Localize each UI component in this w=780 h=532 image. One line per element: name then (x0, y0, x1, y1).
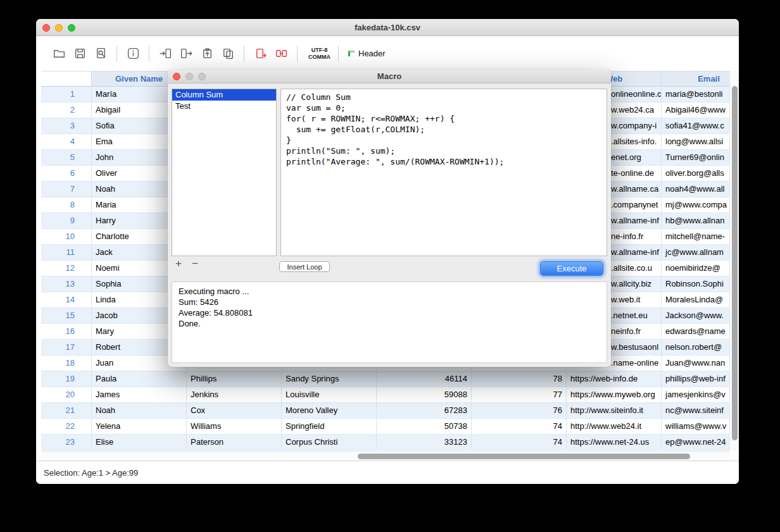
cell-family-name[interactable]: Phillips (187, 371, 282, 387)
cell-web[interactable]: http://www.web24.it (567, 419, 662, 435)
cell-web[interactable]: https://www.net-24.us (567, 435, 662, 450)
cell-email[interactable]: Turner69@onlin (662, 150, 739, 166)
cell-web[interactable]: https://www.myweb.org (567, 387, 662, 403)
minimize-button[interactable] (55, 24, 63, 32)
table-row[interactable]: 22 Yelena Williams Springfield 50738 74 … (41, 419, 739, 435)
column-header-email[interactable]: Email (662, 71, 739, 87)
row-number: 17 (41, 340, 92, 356)
cell-email[interactable]: ep@www.net-24 (662, 435, 739, 450)
row-number: 2 (41, 102, 92, 118)
cell-number[interactable]: 50738 (377, 419, 472, 435)
vertical-scrollbar[interactable] (729, 71, 739, 451)
cell-age[interactable]: 74 (472, 435, 567, 450)
cell-city[interactable]: Corpus Christi (282, 435, 377, 450)
paste-button[interactable] (198, 45, 216, 63)
cell-city[interactable]: Louisville (282, 387, 377, 403)
cell-family-name[interactable]: Williams (187, 419, 282, 435)
table-row[interactable]: 19 Paula Phillips Sandy Springs 46114 78… (41, 371, 739, 387)
list-edit-buttons: + − (175, 258, 198, 269)
cell-email[interactable]: nc@www.siteinf (662, 403, 739, 419)
window-titlebar[interactable]: fakedata-10k.csv (36, 19, 739, 36)
find-button[interactable] (92, 45, 110, 63)
cell-family-name[interactable]: Paterson (187, 435, 282, 450)
row-number: 4 (41, 134, 92, 150)
red-document-button[interactable] (251, 45, 269, 63)
cell-age[interactable]: 74 (472, 419, 567, 435)
cell-email[interactable]: jc@www.allnam (662, 245, 739, 261)
row-number: 19 (41, 371, 92, 387)
cell-family-name[interactable]: Jenkins (187, 387, 282, 403)
cell-number[interactable]: 67283 (377, 403, 472, 419)
window-controls (42, 24, 75, 32)
red-document-icon (254, 47, 267, 60)
table-row[interactable]: 23 Elise Paterson Corpus Christi 33123 7… (41, 435, 739, 450)
red-merge-button[interactable] (272, 45, 290, 63)
close-button[interactable] (42, 24, 50, 32)
import-button[interactable] (156, 45, 174, 63)
cell-web[interactable]: https://web-info.de (567, 371, 662, 387)
row-number: 21 (41, 403, 92, 419)
cell-given-name[interactable]: Noah (92, 403, 187, 419)
cell-email[interactable]: MoralesLinda@ (662, 292, 739, 308)
open-file-button[interactable] (50, 45, 68, 63)
vertical-scrollbar-thumb[interactable] (732, 86, 738, 440)
cell-email[interactable]: Jackson@www. (662, 308, 739, 324)
row-number: 22 (41, 419, 92, 435)
dialog-zoom-button[interactable] (198, 73, 206, 80)
cell-number[interactable]: 46114 (377, 371, 472, 387)
cell-given-name[interactable]: Yelena (92, 419, 187, 435)
encoding-indicator[interactable]: UTF-8 COMMA (308, 47, 330, 61)
cell-age[interactable]: 76 (472, 403, 567, 419)
cell-age[interactable]: 78 (472, 371, 567, 387)
cell-age[interactable]: 77 (472, 387, 567, 403)
table-row[interactable]: 20 James Jenkins Louisville 59088 77 htt… (41, 387, 739, 403)
cell-given-name[interactable]: James (92, 387, 187, 403)
cell-number[interactable]: 59088 (377, 387, 472, 403)
dialog-minimize-button[interactable] (186, 73, 193, 80)
horizontal-scrollbar-thumb[interactable] (358, 454, 690, 459)
macro-list[interactable]: Column SumTest (172, 89, 277, 256)
cell-city[interactable]: Springfield (282, 419, 377, 435)
remove-macro-button[interactable]: − (192, 258, 198, 269)
cell-given-name[interactable]: Elise (92, 435, 187, 450)
table-row[interactable]: 21 Noah Cox Moreno Valley 67283 76 http:… (41, 403, 739, 419)
execute-button[interactable]: Execute (540, 261, 603, 276)
cell-email[interactable]: williams@www.v (662, 419, 739, 435)
cell-email[interactable]: oliver.borg@alls (662, 166, 739, 182)
header-toggle[interactable]: Header (348, 49, 386, 58)
horizontal-scrollbar[interactable] (41, 451, 729, 461)
cell-city[interactable]: Sandy Springs (282, 371, 377, 387)
cell-email[interactable]: mitchell@name- (662, 229, 739, 245)
copy-button[interactable] (219, 45, 237, 63)
cell-given-name[interactable]: Paula (92, 371, 187, 387)
dialog-close-button[interactable] (173, 73, 180, 80)
cell-email[interactable]: sofia41@www.c (662, 118, 739, 134)
cell-email[interactable]: hb@www.allnan (662, 213, 739, 229)
cell-email[interactable]: nelson.robert@ (662, 340, 739, 356)
cell-email[interactable]: noah4@www.all (662, 182, 739, 197)
cell-email[interactable]: mj@www.compa (662, 197, 739, 213)
cell-email[interactable]: edwards@name (662, 324, 739, 340)
cell-family-name[interactable]: Cox (187, 403, 282, 419)
cell-email[interactable]: maria@bestonli (662, 87, 739, 102)
insert-loop-button[interactable]: Insert Loop (279, 261, 330, 272)
info-button[interactable] (124, 45, 142, 63)
macro[interactable]: Test (172, 101, 276, 112)
add-macro-button[interactable]: + (175, 258, 182, 269)
cell-email[interactable]: Abigail46@www (662, 102, 739, 118)
macro[interactable]: Column Sum (172, 89, 276, 101)
cell-email[interactable]: noemibiridze@ (662, 261, 739, 276)
export-button[interactable] (177, 45, 195, 63)
save-button[interactable] (71, 45, 89, 63)
zoom-button[interactable] (68, 24, 75, 32)
cell-email[interactable]: jamesjenkins@v (662, 387, 739, 403)
cell-email[interactable]: long@www.allsi (662, 134, 739, 150)
cell-web[interactable]: http://www.siteinfo.it (567, 403, 662, 419)
cell-number[interactable]: 33123 (377, 435, 472, 450)
cell-email[interactable]: Robinson.Sophi (662, 276, 739, 292)
cell-city[interactable]: Moreno Valley (282, 403, 377, 419)
code-editor[interactable]: // Column Sumvar sum = 0;for( r = ROWMIN… (280, 89, 607, 256)
cell-email[interactable]: phillips@web-inf (662, 371, 739, 387)
dialog-titlebar[interactable]: Macro (168, 70, 611, 84)
cell-email[interactable]: Juan@www.nan (662, 356, 739, 371)
